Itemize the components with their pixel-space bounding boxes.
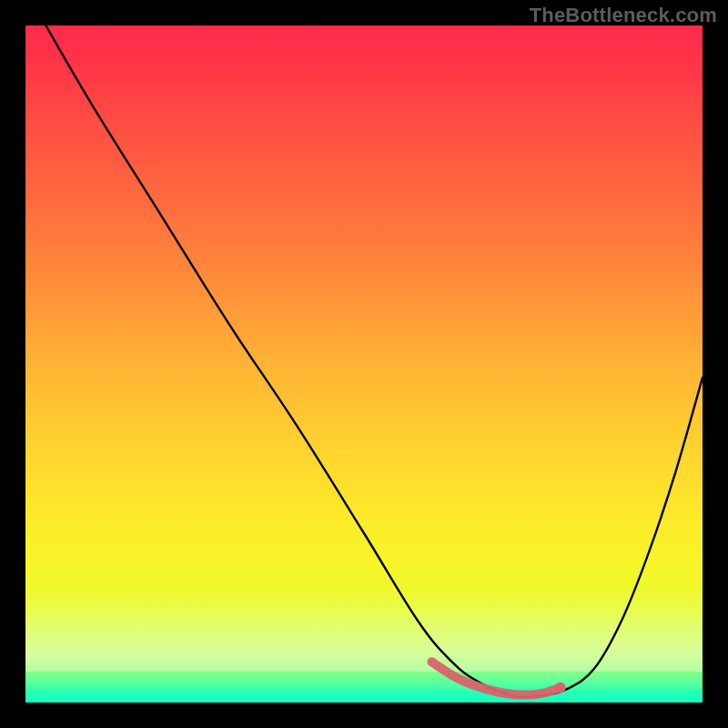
watermark-text: TheBottleneck.com: [530, 4, 717, 27]
plot-area: [25, 25, 703, 703]
optimal-range-highlight: [25, 25, 703, 703]
highlight-end-marker: [555, 682, 566, 693]
chart-frame: TheBottleneck.com: [0, 0, 728, 728]
